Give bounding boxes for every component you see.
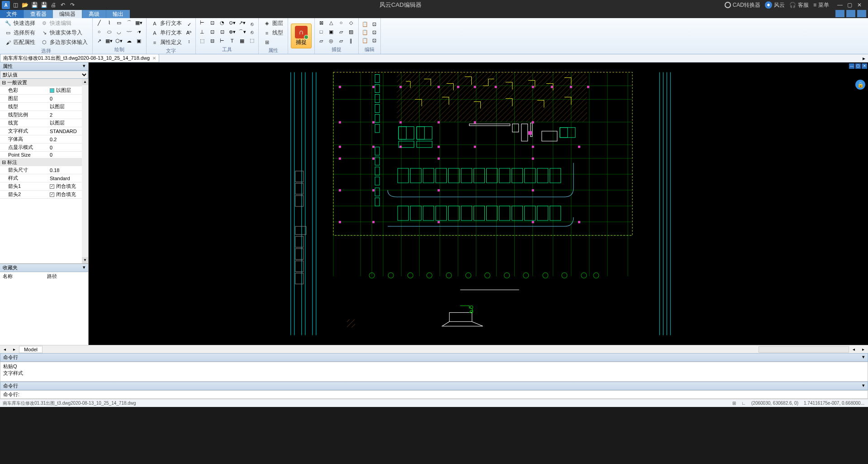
cloud-icon[interactable]: ☁ — [125, 37, 133, 44]
document-tab[interactable]: 南车库车位修改01.31出图_t3.dwg2020-08-13_10_25_14… — [0, 54, 159, 62]
prop-textstyle-value[interactable]: STANDARD — [48, 127, 82, 135]
tool-extra1-icon[interactable]: ⎋ — [248, 20, 256, 28]
new-icon[interactable]: ◫ — [11, 1, 19, 9]
linetype-button[interactable]: ≡线型 — [261, 29, 285, 37]
tool-extra3-icon[interactable]: ⬚ — [248, 37, 256, 44]
prop-section-general[interactable]: ⊟ 一般设置 — [0, 79, 82, 86]
fav-pin-icon[interactable]: ▾ — [83, 264, 85, 271]
match-props-button[interactable]: 🖌匹配属性 — [3, 38, 37, 47]
dim-base-icon[interactable]: ⊡ — [218, 28, 226, 35]
mtext-button[interactable]: A多行文本 — [149, 19, 184, 28]
dim-style-icon[interactable]: ⌒▾ — [238, 28, 246, 35]
menubar-opt1[interactable] — [835, 10, 844, 17]
doc-nav-icon[interactable]: ▸ — [860, 55, 868, 62]
polyline-icon[interactable]: ⌇ — [105, 19, 113, 26]
edit-cut-icon[interactable]: 📋 — [361, 37, 369, 44]
quick-edit-button[interactable]: ⚙快速编辑 — [39, 19, 90, 28]
dim-tol-icon[interactable]: ⊟ — [209, 37, 216, 44]
canvas-max-icon[interactable]: ▢ — [855, 63, 861, 69]
rect-icon[interactable]: ▭ — [115, 19, 123, 26]
saveas-icon[interactable]: 💾 — [40, 1, 48, 9]
polygon-icon[interactable]: ⬡▾ — [115, 37, 123, 44]
hscroll-left-icon[interactable]: ◂ — [849, 347, 859, 352]
dim-aligned-icon[interactable]: ⊡ — [209, 19, 216, 26]
poly-entity-input-button[interactable]: ⬡多边形实体输入 — [39, 38, 90, 47]
drawing-canvas[interactable]: — ▢ ✕ 🔒 — [89, 62, 868, 345]
properties-scrollbar[interactable]: ▲ ▼ — [82, 79, 88, 263]
snap-par-icon[interactable]: ∥ — [347, 37, 355, 44]
edit-e1-icon[interactable]: ⊡ — [370, 20, 378, 28]
doc-close-icon[interactable]: ✕ — [152, 56, 156, 61]
ellipse-icon[interactable]: ⬭ — [105, 28, 113, 35]
line-icon[interactable]: ╱ — [95, 19, 103, 26]
prop-layer-value[interactable]: 0 — [48, 95, 82, 102]
cmd-pin2-icon[interactable]: ▾ — [862, 383, 865, 389]
layer-button[interactable]: ◈图层 — [261, 19, 285, 28]
snap-quad-icon[interactable]: □ — [318, 28, 325, 35]
canvas-close-icon[interactable]: ✕ — [862, 63, 867, 69]
edit-copy-icon[interactable]: 📋 — [361, 20, 369, 28]
prop-textheight-value[interactable]: 0.2 — [48, 135, 82, 143]
minimize-button[interactable]: — — [837, 2, 844, 8]
print-icon[interactable]: 🖨 — [49, 1, 57, 9]
prop-arrowsize-value[interactable]: 0.18 — [48, 166, 82, 174]
model-next-icon[interactable]: ▸ — [9, 347, 19, 352]
horizontal-scrollbar[interactable] — [759, 346, 849, 353]
dim-edit-icon[interactable]: ⬚ — [199, 37, 206, 44]
prop-linetype-value[interactable]: 以图层 — [48, 103, 82, 110]
maximize-button[interactable]: ▢ — [847, 2, 854, 8]
properties-default-select[interactable]: 默认值 — [0, 71, 88, 79]
quick-entity-import-button[interactable]: ↘快速实体导入 — [39, 29, 90, 37]
stext-button[interactable]: A单行文本 — [149, 29, 184, 37]
arc2-icon[interactable]: ◡ — [115, 28, 123, 35]
save-icon[interactable]: 💾 — [30, 1, 38, 9]
prop-style-value[interactable]: Standard — [48, 174, 82, 182]
snap-node-icon[interactable]: ◇ — [347, 19, 355, 26]
snap-cen-icon[interactable]: ○ — [337, 19, 345, 26]
snap-int-icon[interactable]: ▣ — [327, 28, 335, 35]
attdef-button[interactable]: ≡属性定义 — [149, 38, 184, 47]
block-icon[interactable]: ▣ — [135, 37, 142, 44]
prop-color-value[interactable]: 以图层 — [48, 86, 82, 94]
menu-file[interactable]: 文件 — [0, 10, 24, 18]
cad-converter-link[interactable]: CAD转换器 — [725, 1, 760, 9]
model-tab[interactable]: Model — [19, 346, 43, 353]
text-align-icon[interactable]: ↕ — [185, 38, 193, 45]
edit-e3-icon[interactable]: ⊡ — [370, 37, 378, 44]
text-style-icon[interactable]: Aᵇ — [185, 29, 193, 37]
support-link[interactable]: 🎧客服 — [789, 1, 809, 9]
fengyun-link[interactable]: 风云 — [765, 1, 785, 9]
select-all-button[interactable]: ▭选择所有 — [3, 29, 37, 37]
snap-end-icon[interactable]: ⊠ — [318, 19, 325, 26]
snap-near-icon[interactable]: ▱ — [337, 37, 345, 44]
command-input[interactable] — [22, 392, 868, 398]
redo-icon[interactable]: ↷ — [68, 1, 76, 9]
open-icon[interactable]: 📂 — [21, 1, 29, 9]
dim-cont-icon[interactable]: ⊡ — [209, 28, 216, 35]
snap-ext-icon[interactable]: ▱ — [337, 28, 345, 35]
circle-icon[interactable]: ○ — [95, 28, 103, 35]
prop-pointsize-value[interactable]: 0 — [48, 152, 82, 158]
status-ortho-icon[interactable]: ∟ — [741, 401, 746, 406]
close-button[interactable]: ✕ — [857, 2, 863, 8]
undo-icon[interactable]: ↶ — [59, 1, 67, 9]
snap-tan-icon[interactable]: ◎ — [327, 37, 335, 44]
prop-arrow2-value[interactable]: 闭合填充 — [48, 191, 82, 198]
arc-icon[interactable]: ⌒ — [125, 19, 133, 26]
dim-ord-icon[interactable]: ⊥ — [199, 28, 206, 35]
prop-pointmode-value[interactable]: 0 — [48, 144, 82, 151]
snap-perp-icon[interactable]: ▱ — [318, 37, 325, 44]
hscroll-right-icon[interactable]: ▸ — [859, 347, 868, 352]
dim-radius-icon[interactable]: ⊙▾ — [228, 19, 236, 26]
hatch-icon[interactable]: ▦▾ — [135, 19, 142, 26]
model-prev-icon[interactable]: ◂ — [0, 347, 9, 352]
point-icon[interactable]: ·▾ — [135, 28, 142, 35]
prop-lineweight-value[interactable]: 以图层 — [48, 119, 82, 127]
prop-section-dimension[interactable]: ⊟ 标注 — [0, 158, 82, 166]
lock-badge-icon[interactable]: 🔒 — [855, 80, 865, 90]
menu-view[interactable]: 查看器 — [24, 10, 53, 18]
snap-button[interactable]: ∩ 捕捉 — [291, 24, 312, 48]
edit-paste-icon[interactable]: 📋 — [361, 29, 369, 36]
menu-link[interactable]: ≡菜单 — [813, 1, 829, 9]
dim-break-icon[interactable]: ⊢ — [218, 37, 226, 44]
